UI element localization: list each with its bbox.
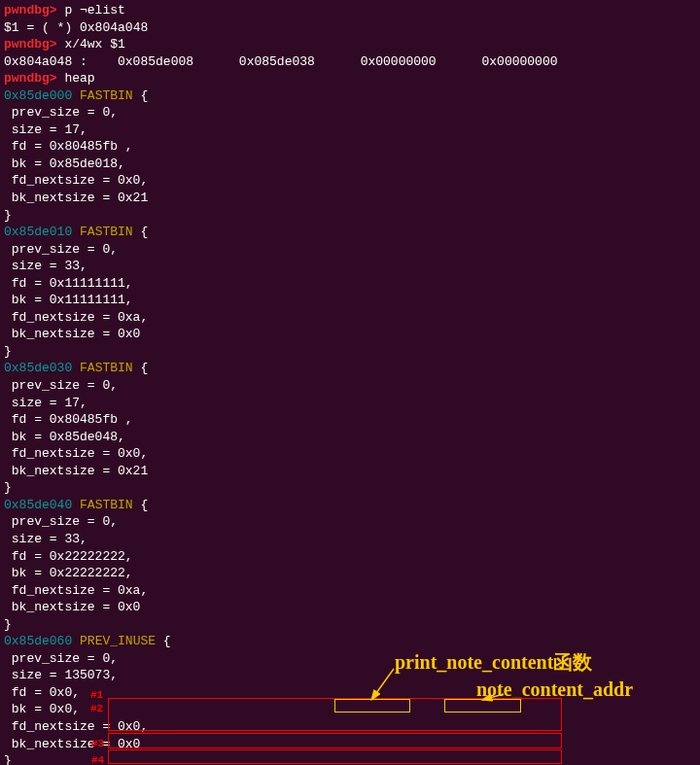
terminal-line: bk = 0x85de048, xyxy=(4,429,696,446)
terminal-line: pwndbg> p ¬elist xyxy=(4,2,696,19)
terminal-line: 0x85de040 FASTBIN { xyxy=(4,497,696,514)
terminal-line: prev_size = 0, xyxy=(4,513,696,531)
terminal-line: fd_nextsize = 0x0, xyxy=(4,172,696,190)
terminal-line: } xyxy=(4,343,696,361)
output-text: 0x804a048 : 0x085de008 0x085de038 0x0000… xyxy=(4,54,558,69)
terminal-line: fd_nextsize = 0xa, xyxy=(4,582,696,600)
chunk-flag: FASTBIN xyxy=(80,498,133,512)
terminal-line: bk = 0x22222222, xyxy=(4,565,696,582)
chunk-field: size = 135073, xyxy=(4,668,118,682)
chunk-field: bk = 0x85de018, xyxy=(4,156,125,171)
chunk-field: bk = 0x22222222, xyxy=(4,566,133,580)
terminal-line: 0x85de030 FASTBIN { xyxy=(4,360,696,377)
command-text: heap xyxy=(57,71,95,86)
chunk-field: fd = 0x80485fb , xyxy=(4,139,133,154)
terminal-line: 0x804a048 : 0x085de008 0x085de038 0x0000… xyxy=(4,53,696,71)
chunk-field: bk = 0x11111111, xyxy=(4,293,133,307)
chunk-field: fd = 0x11111111, xyxy=(4,276,133,291)
chunk-field: fd = 0x80485fb , xyxy=(4,412,133,427)
terminal-line: } xyxy=(4,616,696,634)
terminal-line: 0x85de000 FASTBIN { xyxy=(4,87,696,105)
terminal-line: fd = 0x80485fb , xyxy=(4,138,696,156)
terminal-line: $1 = ( *) 0x804a048 xyxy=(4,19,696,37)
terminal-line: } xyxy=(4,752,696,765)
chunk-field: fd_nextsize = 0xa, xyxy=(4,310,148,325)
annotation-note-content-addr: note_content_addr xyxy=(476,677,633,703)
terminal-line: fd = 0x22222222, xyxy=(4,548,696,566)
terminal-line: bk = 0x85de018, xyxy=(4,156,696,173)
chunk-field: size = 33, xyxy=(4,259,88,273)
chunk-flag: FASTBIN xyxy=(80,88,133,103)
terminal-line: fd_nextsize = 0x0, xyxy=(4,718,696,736)
terminal-line: 0x85de010 FASTBIN { xyxy=(4,224,696,241)
row-marker-1: #1 xyxy=(90,688,103,703)
terminal-line: bk_nextsize = 0x21 xyxy=(4,463,696,480)
terminal-line: bk_nextsize = 0x0 xyxy=(4,326,696,343)
chunk-field: bk_nextsize = 0x0 xyxy=(4,327,140,341)
chunk-flag: FASTBIN xyxy=(80,225,133,239)
chunk-field: prev_size = 0, xyxy=(4,105,118,120)
chunk-address: 0x85de030 xyxy=(4,361,72,375)
terminal-line: fd_nextsize = 0x0, xyxy=(4,445,696,463)
terminal-line: prev_size = 0, xyxy=(4,241,696,259)
chunk-address: 0x85de060 xyxy=(4,634,72,648)
chunk-address: 0x85de010 xyxy=(4,225,72,239)
terminal-line: fd_nextsize = 0xa, xyxy=(4,309,696,327)
row-marker-3: #3 xyxy=(91,737,104,751)
chunk-field: bk = 0x0, xyxy=(4,702,80,716)
terminal-line: fd = 0x11111111, xyxy=(4,275,696,293)
terminal-line: prev_size = 0, xyxy=(4,377,696,395)
chunk-field: bk_nextsize = 0x21 xyxy=(4,464,148,478)
chunk-field: fd_nextsize = 0xa, xyxy=(4,583,148,598)
chunk-field: fd_nextsize = 0x0, xyxy=(4,719,148,734)
chunk-flag: PREV_INUSE xyxy=(80,634,156,648)
annotation-print-note-content: print_note_content函数 xyxy=(395,649,592,676)
pwndbg-prompt: pwndbg> xyxy=(4,37,57,52)
chunk-field: fd_nextsize = 0x0, xyxy=(4,446,148,461)
command-text: x/4wx $1 xyxy=(57,37,125,52)
chunk-field: bk_nextsize = 0x0 xyxy=(4,737,140,751)
chunk-field: bk_nextsize = 0x0 xyxy=(4,600,140,614)
output-text: $1 = ( *) 0x804a048 xyxy=(4,20,156,35)
command-text: p ¬elist xyxy=(57,3,125,17)
chunk-field: bk_nextsize = 0x21 xyxy=(4,191,148,205)
terminal-line: bk_nextsize = 0x0 xyxy=(4,599,696,616)
terminal-line: size = 17, xyxy=(4,395,696,412)
terminal-line: pwndbg> x/4wx $1 xyxy=(4,36,696,53)
chunk-field: prev_size = 0, xyxy=(4,514,118,529)
terminal-line: } xyxy=(4,207,696,225)
terminal-line: size = 33, xyxy=(4,258,696,275)
terminal-line: bk_nextsize = 0x21 xyxy=(4,190,696,207)
terminal-line: bk = 0x0, xyxy=(4,701,696,718)
chunk-flag: FASTBIN xyxy=(80,361,133,375)
terminal-line: fd = 0x80485fb , xyxy=(4,411,696,429)
chunk-field: size = 17, xyxy=(4,396,88,410)
terminal-line: 0x85de060 PREV_INUSE { xyxy=(4,633,696,650)
terminal-line: } xyxy=(4,479,696,497)
chunk-address: 0x85de040 xyxy=(4,498,72,512)
chunk-address: 0x85de000 xyxy=(4,88,72,103)
chunk-field: bk = 0x85de048, xyxy=(4,430,125,444)
pwndbg-prompt: pwndbg> xyxy=(4,3,57,17)
chunk-field: fd_nextsize = 0x0, xyxy=(4,173,148,188)
terminal-line: bk_nextsize = 0x0 xyxy=(4,736,696,753)
terminal-line: pwndbg> heap xyxy=(4,70,696,87)
chunk-field: fd = 0x22222222, xyxy=(4,549,133,564)
terminal-line: size = 33, xyxy=(4,531,696,548)
terminal-line: prev_size = 0, xyxy=(4,104,696,122)
row-marker-4: #4 xyxy=(91,753,104,765)
terminal-line: size = 17, xyxy=(4,122,696,139)
pwndbg-prompt: pwndbg> xyxy=(4,71,57,86)
chunk-field: size = 17, xyxy=(4,122,88,137)
chunk-field: prev_size = 0, xyxy=(4,651,118,666)
chunk-field: size = 33, xyxy=(4,532,88,546)
chunk-field: fd = 0x0, xyxy=(4,685,80,700)
chunk-field: prev_size = 0, xyxy=(4,378,118,393)
row-marker-2: #2 xyxy=(90,702,103,716)
terminal-line: bk = 0x11111111, xyxy=(4,292,696,309)
chunk-field: prev_size = 0, xyxy=(4,242,118,257)
